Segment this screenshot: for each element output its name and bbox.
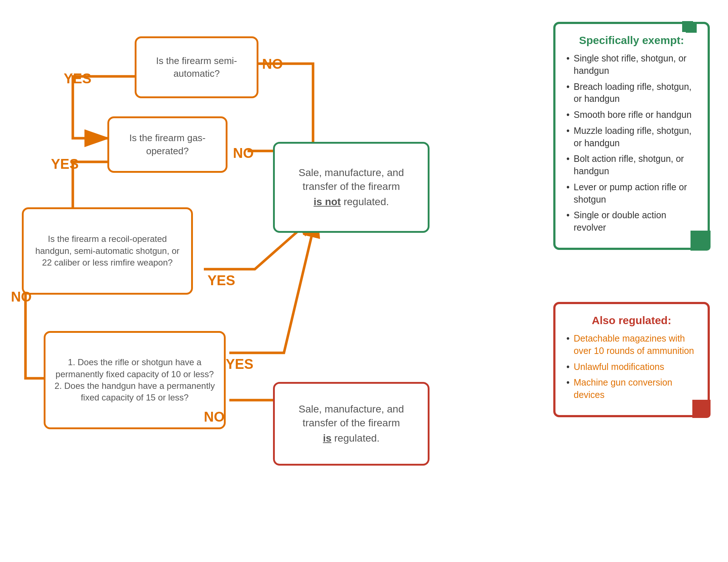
is-not-text: is not regulated.	[314, 195, 389, 209]
exempt-item-5: Bolt action rifle, shotgun, or handgun	[566, 153, 697, 178]
regulated-item-3: Machine gun conversion devices	[566, 376, 697, 401]
yes-label-4: YES	[226, 356, 253, 372]
box-recoil-operated: Is the firearm a recoil-operated handgun…	[22, 207, 193, 295]
exempt-item-7: Single or double action revolver	[566, 209, 697, 234]
no-label-3: NO	[11, 289, 32, 305]
regulated-item-1: Detachable magazines with over 10 rounds…	[566, 332, 697, 357]
no-label-4: NO	[204, 409, 225, 425]
box-semi-automatic: Is the firearm semi-automatic?	[135, 36, 258, 98]
is-text: is regulated.	[323, 431, 380, 445]
no-label-1: NO	[262, 56, 283, 72]
box-not-regulated: Sale, manufacture, and transfer of the f…	[273, 142, 430, 233]
exempt-panel-title: Specifically exempt:	[566, 34, 697, 47]
exempt-item-3: Smooth bore rifle or handgun	[566, 109, 697, 121]
exempt-item-1: Single shot rifle, shotgun, or handgun	[566, 52, 697, 77]
exempt-item-4: Muzzle loading rifle, shotgun, or handgu…	[566, 125, 697, 150]
exempt-panel: Specifically exempt: Single shot rifle, …	[553, 22, 710, 250]
exempt-item-2: Breach loading rifle, shotgun, or handgu…	[566, 81, 697, 105]
no-label-2: NO	[233, 146, 254, 161]
regulated-panel-title: Also regulated:	[566, 314, 697, 327]
box-capacity: 1. Does the rifle or shotgun have a perm…	[44, 331, 226, 429]
yes-label-2: YES	[51, 156, 79, 172]
regulated-panel: Also regulated: Detachable magazines wit…	[553, 302, 710, 417]
exempt-item-6: Lever or pump action rifle or shotgun	[566, 181, 697, 206]
box-regulated: Sale, manufacture, and transfer of the f…	[273, 382, 430, 466]
yes-label-3: YES	[207, 273, 235, 288]
yes-label-1: YES	[64, 71, 91, 87]
box-gas-operated: Is the firearm gas-operated?	[107, 116, 228, 173]
main-container: Is the firearm semi-automatic? YES NO Is…	[0, 0, 728, 562]
regulated-panel-list: Detachable magazines with over 10 rounds…	[566, 332, 697, 401]
exempt-panel-list: Single shot rifle, shotgun, or handgun B…	[566, 52, 697, 234]
regulated-item-2: Unlawful modifications	[566, 361, 697, 373]
